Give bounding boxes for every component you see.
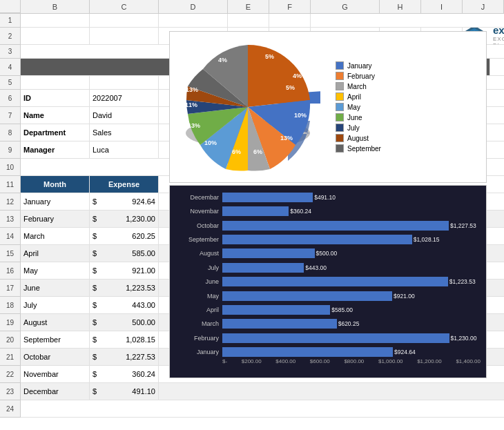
bar-row-6: June$1,223.53 bbox=[175, 275, 481, 288]
bar-track-7: $921.00 bbox=[222, 291, 481, 301]
row-num-1: 1 bbox=[0, 14, 21, 28]
row-num-23: 23 bbox=[0, 383, 21, 400]
amount-8: 1,028.15 bbox=[104, 331, 159, 348]
month-7: August bbox=[21, 314, 90, 331]
row-num-15: 15 bbox=[0, 245, 21, 262]
row-num-18: 18 bbox=[0, 297, 21, 314]
dollar-5: $ bbox=[90, 280, 104, 296]
bar-track-10: $1,230.00 bbox=[222, 333, 481, 343]
bar-label-8: April bbox=[175, 306, 222, 313]
svg-text:6%: 6% bbox=[253, 148, 262, 155]
amount-5: 1,223.53 bbox=[104, 280, 159, 296]
col-header-j: J bbox=[463, 0, 504, 13]
bar-fill-11: $924.64 bbox=[222, 347, 393, 357]
dollar-4: $ bbox=[90, 262, 104, 279]
cell-c5 bbox=[90, 76, 159, 89]
month-2: March bbox=[21, 228, 90, 244]
table-row-11: Decembar $ 491.10 bbox=[21, 383, 504, 400]
svg-text:5%: 5% bbox=[286, 84, 295, 91]
corner-cell bbox=[0, 0, 21, 13]
legend-march: March bbox=[336, 82, 481, 90]
bar-label-0: Decembar bbox=[175, 194, 222, 201]
id-label: ID bbox=[21, 90, 90, 106]
axis-label-5: $1,000.00 bbox=[378, 358, 403, 364]
svg-text:13%: 13% bbox=[186, 86, 198, 93]
month-5: June bbox=[21, 280, 90, 296]
column-headers: B C D E F G H I J bbox=[0, 0, 504, 14]
cell-e1 bbox=[228, 14, 269, 27]
bar-track-6: $1,223.53 bbox=[222, 277, 481, 286]
month-header: Month bbox=[21, 176, 90, 193]
dollar-6: $ bbox=[90, 297, 104, 313]
dollar-10: $ bbox=[90, 366, 104, 382]
bar-fill-10: $1,230.00 bbox=[222, 333, 449, 343]
col-header-g: G bbox=[311, 0, 380, 13]
amount-9: 1,227.53 bbox=[104, 349, 159, 365]
legend-july: July bbox=[336, 124, 481, 132]
bar-row-3: September$1,028.15 bbox=[175, 233, 481, 246]
bar-row-2: Octobar$1,227.53 bbox=[175, 219, 481, 232]
pie-chart: 10% 13% 6% 6% 10% 13% 11% 5% 4% 5% 4% 13… bbox=[169, 31, 487, 183]
axis-label-7: $1,400.00 bbox=[456, 358, 481, 364]
row-num-19: 19 bbox=[0, 314, 21, 331]
col-header-i: I bbox=[421, 0, 463, 13]
row-num-10: 10 bbox=[0, 159, 21, 176]
bar-label-11: January bbox=[175, 349, 222, 355]
legend-label-january: January bbox=[347, 62, 372, 70]
legend-august: August bbox=[336, 134, 481, 142]
legend-label-may: May bbox=[347, 104, 360, 111]
row-num-2: 2 bbox=[0, 28, 21, 45]
legend-label-september: September bbox=[347, 145, 381, 153]
amount-3: 585.00 bbox=[104, 245, 159, 262]
bar-row-1: Novembar$360.24 bbox=[175, 205, 481, 217]
row-num-7: 7 bbox=[0, 107, 21, 124]
legend-june: June bbox=[336, 113, 481, 121]
bar-fill-2: $1,227.53 bbox=[222, 221, 449, 231]
bar-track-1: $360.24 bbox=[222, 206, 481, 216]
amount-4: 921.00 bbox=[104, 262, 159, 279]
row-num-24: 24 bbox=[0, 400, 21, 418]
bar-fill-7: $921.00 bbox=[222, 291, 392, 301]
bar-label-10: February bbox=[175, 335, 222, 342]
bar-label-2: Octobar bbox=[175, 222, 222, 229]
svg-text:4%: 4% bbox=[218, 57, 227, 63]
bar-row-0: Decembar$491.10 bbox=[175, 191, 481, 204]
name-label: Name bbox=[21, 107, 90, 124]
bar-label-9: March bbox=[175, 320, 222, 327]
svg-text:5%: 5% bbox=[265, 53, 274, 60]
legend-label-february: February bbox=[347, 72, 375, 80]
bar-row-5: July$443.00 bbox=[175, 262, 481, 274]
bar-axis: $-$200.00$400.00$600.00$800.00$1,000.00$… bbox=[175, 358, 481, 372]
month-8: September bbox=[21, 331, 90, 348]
legend-color-january bbox=[336, 61, 344, 70]
col-header-d: D bbox=[159, 0, 228, 13]
row-numbers: 1 2 3 4 5 6 7 8 9 10 11 12 13 14 15 16 1… bbox=[0, 14, 21, 430]
bar-value-1: $360.24 bbox=[290, 208, 311, 215]
row-num-6: 6 bbox=[0, 90, 21, 107]
bar-row-11: January$924.64 bbox=[175, 346, 481, 358]
dollar-1: $ bbox=[90, 211, 104, 227]
bar-fill-4: $500.00 bbox=[222, 248, 315, 258]
col-header-b: B bbox=[21, 0, 90, 13]
bar-track-9: $620.25 bbox=[222, 319, 481, 329]
bar-track-3: $1,028.15 bbox=[222, 235, 481, 244]
bar-row-4: August$500.00 bbox=[175, 247, 481, 260]
manager-label: Manager bbox=[21, 141, 90, 158]
legend-color-june bbox=[336, 113, 344, 121]
pie-wrapper: 10% 13% 6% 6% 10% 13% 11% 5% 4% 5% 4% 13… bbox=[175, 38, 327, 176]
amount-6: 443.00 bbox=[104, 297, 159, 313]
amount-0: 924.64 bbox=[104, 193, 159, 210]
bar-row-8: April$585.00 bbox=[175, 304, 481, 316]
dollar-2: $ bbox=[90, 228, 104, 244]
bar-label-7: May bbox=[175, 293, 222, 300]
row-num-22: 22 bbox=[0, 366, 21, 383]
bar-track-0: $491.10 bbox=[222, 193, 481, 202]
legend-color-july bbox=[336, 124, 344, 132]
bar-value-3: $1,028.15 bbox=[414, 236, 440, 243]
name-value: David bbox=[90, 107, 159, 124]
cell-rest-1 bbox=[311, 14, 504, 27]
col-header-f: F bbox=[269, 0, 311, 13]
svg-text:13%: 13% bbox=[280, 135, 293, 141]
legend-may: May bbox=[336, 103, 481, 111]
legend-january: January bbox=[336, 61, 481, 70]
